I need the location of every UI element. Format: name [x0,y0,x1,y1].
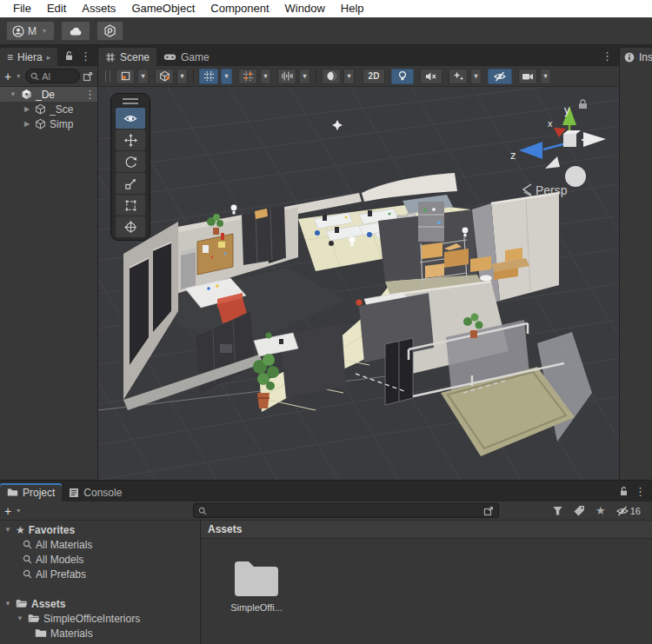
audio-muted-icon [425,71,437,82]
project-tree: ▼ ★ Favorites All Materials All Models A… [0,521,200,644]
hierarchy-panel: ≡ Hiera ▸ ⋮ + ▾ Al ▼ [0,45,97,480]
projection-label[interactable]: Persp [523,183,568,197]
tree-all-materials[interactable]: All Materials [0,537,200,552]
hierarchy-menu-icon[interactable]: ⋮ [79,50,92,62]
project-menu-icon[interactable]: ⋮ [634,486,647,497]
hidden-items-counter[interactable]: 16 [616,506,641,516]
open-folder-icon [16,599,28,608]
expander-icon[interactable]: ▼ [3,600,12,607]
scale-tool-button[interactable] [116,173,145,194]
tab-game[interactable]: Game [156,48,216,66]
account-button[interactable]: M ▾ [6,21,55,41]
increment-snap-button[interactable] [238,69,257,84]
tree-all-models[interactable]: All Models [0,552,200,567]
effects-dropdown[interactable]: ▾ [470,69,482,84]
main-toolbar: M ▾ [0,17,652,45]
project-search-input[interactable] [193,503,499,518]
scene-camera-button[interactable] [518,69,537,84]
expander-icon[interactable]: ▶ [23,120,31,128]
asset-folder-tile[interactable]: SimpleOffi... [225,554,288,613]
rotate-tool-button[interactable] [116,151,145,172]
account-initial: M [28,25,37,37]
snap-increments-button[interactable] [277,69,296,84]
tree-assets[interactable]: ▼ Assets [0,596,200,611]
tab-more-icon[interactable]: ▸ [47,53,51,62]
open-folder-icon [28,614,40,623]
create-asset-button[interactable]: + [4,505,11,517]
snap-increments-dropdown[interactable]: ▾ [299,69,310,84]
audio-toggle-button[interactable] [420,69,442,84]
lock-icon[interactable] [619,486,629,496]
view-tool-button[interactable] [116,108,145,129]
tab-scene[interactable]: Scene [98,48,156,66]
gizmo-lock-icon[interactable] [579,103,587,109]
workspace: ≡ Hiera ▸ ⋮ + ▾ Al ▼ [0,45,652,480]
hierarchy-row-scene[interactable]: ▼ _De ⋮ [0,87,97,102]
2d-toggle-button[interactable]: 2D [363,69,385,84]
toolbar-grip[interactable] [105,70,110,82]
expander-icon[interactable]: ▼ [9,90,17,98]
tab-console[interactable]: Console [62,483,129,501]
menu-file[interactable]: File [5,0,39,17]
pivot-dropdown[interactable]: ▾ [137,69,149,84]
svg-text:Persp: Persp [536,183,568,197]
gizmo-z-axis[interactable] [519,142,542,159]
shading-mode-button[interactable] [322,69,341,84]
tree-all-prefabs[interactable]: All Prefabs [0,567,200,581]
hierarchy-search-text: Al [42,71,50,82]
menu-assets[interactable]: Assets [74,0,123,17]
version-control-button[interactable] [96,21,123,41]
orientation-dropdown[interactable]: ▾ [176,69,188,84]
hierarchy-row-child[interactable]: ▶ _Sce [0,102,97,116]
light-sparkle [332,120,343,130]
search-by-label-icon[interactable] [574,505,585,516]
scene-viewport[interactable]: y z x Persp [98,87,619,480]
search-by-type-icon[interactable] [552,505,563,516]
eye-slash-icon [616,506,629,516]
lock-icon[interactable] [64,50,74,61]
shaded-sphere-icon [326,70,337,82]
shading-dropdown[interactable]: ▾ [343,69,355,84]
tree-simpleofficeinteriors[interactable]: ▼ SimpleOfficeInteriors [0,611,200,626]
lighting-toggle-button[interactable] [391,69,414,84]
expander-icon[interactable]: ▼ [16,614,24,622]
hierarchy-search-input[interactable]: Al [25,69,80,83]
palette-drag-handle[interactable] [123,98,138,104]
menu-component[interactable]: Component [203,0,276,17]
menu-window[interactable]: Window [277,0,333,17]
open-search-window-icon[interactable] [83,71,93,82]
move-tool-button[interactable] [116,129,145,150]
save-search-star-icon[interactable]: ★ [595,505,606,516]
tab-hierarchy[interactable]: ≡ Hiera ▸ [0,48,57,66]
tree-materials[interactable]: Materials [0,626,200,641]
effects-toggle-button[interactable] [449,69,468,84]
grid-snapping-dropdown[interactable]: ▾ [221,69,232,84]
handle-orientation-button[interactable] [155,69,174,84]
asset-grid[interactable]: SimpleOffi... [201,539,652,644]
create-dropdown-icon[interactable]: ▾ [14,72,23,80]
tab-project[interactable]: Project [0,483,62,501]
axis-gizmo[interactable]: y z x [510,100,606,187]
create-object-button[interactable]: + [4,70,11,83]
scene-menu-icon[interactable]: ⋮ [601,50,614,62]
transform-tool-button[interactable] [116,216,145,237]
create-asset-dropdown[interactable]: ▾ [14,507,23,515]
cloud-button[interactable] [61,21,90,41]
expander-icon[interactable]: ▼ [3,526,12,534]
open-search-window-icon[interactable] [483,506,494,516]
inspector-panel: Ins [620,45,652,480]
menu-edit[interactable]: Edit [39,0,74,17]
rect-tool-button[interactable] [116,195,145,216]
tab-inspector[interactable]: Ins [620,48,652,66]
row-menu-icon[interactable]: ⋮ [83,89,96,100]
scene-visibility-button[interactable] [488,69,512,84]
menu-gameobject[interactable]: GameObject [123,0,203,17]
grid-snapping-button[interactable] [199,69,218,84]
camera-dropdown[interactable]: ▾ [540,69,551,84]
hierarchy-row-child[interactable]: ▶ Simp [0,116,97,131]
pivot-mode-button[interactable] [116,69,135,84]
expander-icon[interactable]: ▶ [23,105,31,113]
menu-help[interactable]: Help [333,0,372,17]
tree-favorites[interactable]: ▼ ★ Favorites [0,522,200,537]
increment-snap-dropdown[interactable]: ▾ [260,69,271,84]
